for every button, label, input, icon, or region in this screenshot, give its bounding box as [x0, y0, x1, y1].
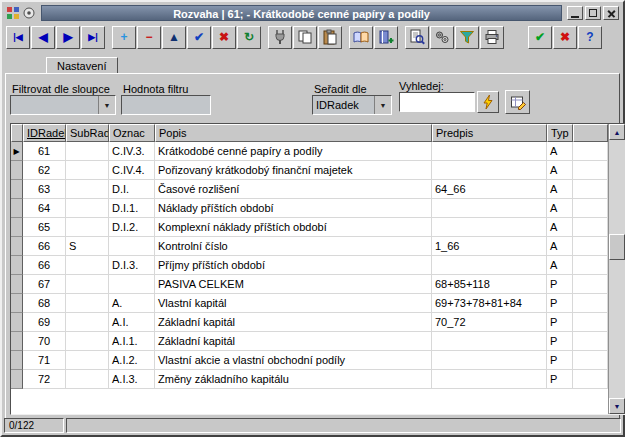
cell-id[interactable]: 72	[23, 370, 66, 389]
cell-predpis[interactable]	[432, 199, 547, 218]
cell-id[interactable]: 63	[23, 180, 66, 199]
cell-id[interactable]: 66	[23, 256, 66, 275]
search-input[interactable]	[399, 92, 475, 112]
cell-popis[interactable]: Změny základního kapitálu	[155, 370, 432, 389]
cell-predpis[interactable]: 64_66	[432, 180, 547, 199]
cell-predpis[interactable]	[432, 161, 547, 180]
column-header-sub[interactable]: SubRadek	[66, 124, 109, 142]
column-header-predpis[interactable]: Predpis	[432, 124, 547, 142]
grid-setup-button[interactable]	[505, 90, 530, 114]
cell-typ[interactable]: A	[547, 256, 573, 275]
help-button[interactable]: ?	[578, 26, 602, 49]
sticky-icon[interactable]	[22, 6, 36, 20]
cell-sub[interactable]	[66, 294, 109, 313]
cell-typ[interactable]: P	[547, 275, 573, 294]
cell-sub[interactable]	[66, 180, 109, 199]
cell-typ[interactable]: A	[547, 161, 573, 180]
cell-typ[interactable]: A	[547, 218, 573, 237]
cell-popis[interactable]: Náklady příštích období	[155, 199, 432, 218]
cell-sub[interactable]	[66, 161, 109, 180]
cell-id[interactable]: 69	[23, 313, 66, 332]
filter-column-combobox[interactable]: ▼	[10, 95, 116, 115]
cell-oznac[interactable]: A.	[109, 294, 155, 313]
app-icon[interactable]	[6, 6, 20, 20]
cell-id[interactable]: 61	[23, 142, 66, 161]
cell-popis[interactable]: Komplexní náklady příštích období	[155, 218, 432, 237]
cell-typ[interactable]: P	[547, 294, 573, 313]
paste-button[interactable]	[318, 26, 342, 49]
cell-typ[interactable]: A	[547, 237, 573, 256]
post-button[interactable]: ✔	[187, 26, 211, 49]
vertical-scrollbar[interactable]: ▲ ▼	[608, 124, 625, 414]
cell-predpis[interactable]: 1_66	[432, 237, 547, 256]
close-form-button[interactable]: ✖	[553, 26, 577, 49]
prior-button[interactable]: ◀	[31, 26, 55, 49]
cell-sub[interactable]	[66, 256, 109, 275]
cell-typ[interactable]: A	[547, 199, 573, 218]
cell-popis[interactable]: Základní kapitál	[155, 313, 432, 332]
copy-button[interactable]	[293, 26, 317, 49]
cell-popis[interactable]: Pořizovaný krátkodobý finanční majetek	[155, 161, 432, 180]
cell-typ[interactable]: P	[547, 351, 573, 370]
column-header-typ[interactable]: Typ	[547, 124, 573, 142]
cell-sub[interactable]	[66, 332, 109, 351]
cell-predpis[interactable]	[432, 370, 547, 389]
maximize-button[interactable]	[585, 6, 601, 20]
cell-sub[interactable]	[66, 142, 109, 161]
minimize-button[interactable]	[567, 6, 583, 20]
cell-predpis[interactable]	[432, 142, 547, 161]
cell-id[interactable]: 68	[23, 294, 66, 313]
cell-oznac[interactable]: A.I.3.	[109, 370, 155, 389]
close-button[interactable]	[603, 6, 619, 20]
cell-typ[interactable]: P	[547, 313, 573, 332]
cell-oznac[interactable]: A.I.2.	[109, 351, 155, 370]
cell-id[interactable]: 64	[23, 199, 66, 218]
cell-predpis[interactable]: 69+73+78+81+84	[432, 294, 547, 313]
cell-popis[interactable]: PASIVA CELKEM	[155, 275, 432, 294]
connect-button[interactable]	[268, 26, 292, 49]
cell-popis[interactable]: Základní kapitál	[155, 332, 432, 351]
chevron-down-icon[interactable]: ▼	[374, 96, 391, 114]
last-button[interactable]: ▶|	[81, 26, 105, 49]
preview-button[interactable]	[405, 26, 429, 49]
cell-oznac[interactable]: C.IV.4.	[109, 161, 155, 180]
lookup-add-button[interactable]	[374, 26, 398, 49]
cell-popis[interactable]: Krátkodobé cenné papíry a podíly	[155, 142, 432, 161]
sort-combobox[interactable]: IDRadek ▼	[312, 95, 392, 115]
cell-predpis[interactable]: 70_72	[432, 313, 547, 332]
column-header-id[interactable]: IDRadek	[23, 124, 66, 142]
cell-typ[interactable]: A	[547, 180, 573, 199]
filter-button[interactable]	[455, 26, 479, 49]
next-button[interactable]: ▶	[56, 26, 80, 49]
cell-id[interactable]: 70	[23, 332, 66, 351]
cell-oznac[interactable]: A.I.	[109, 313, 155, 332]
cell-id[interactable]: 65	[23, 218, 66, 237]
refresh-button[interactable]: ↻	[237, 26, 261, 49]
cell-oznac[interactable]: D.I.	[109, 180, 155, 199]
cell-sub[interactable]	[66, 351, 109, 370]
cell-predpis[interactable]	[432, 218, 547, 237]
first-button[interactable]: |◀	[6, 26, 30, 49]
cell-oznac[interactable]	[109, 275, 155, 294]
cell-id[interactable]: 71	[23, 351, 66, 370]
cell-oznac[interactable]	[109, 237, 155, 256]
cell-oznac[interactable]: A.I.1.	[109, 332, 155, 351]
ok-button[interactable]: ✔	[528, 26, 552, 49]
cell-predpis[interactable]	[432, 332, 547, 351]
cancel-button[interactable]: ✖	[212, 26, 236, 49]
cell-oznac[interactable]: D.I.3.	[109, 256, 155, 275]
insert-button[interactable]: +	[112, 26, 136, 49]
settings-button[interactable]	[430, 26, 454, 49]
column-header-popis[interactable]: Popis	[155, 124, 432, 142]
column-header-oznac[interactable]: Oznac	[109, 124, 155, 142]
cell-popis[interactable]: Vlastní kapitál	[155, 294, 432, 313]
cell-sub[interactable]	[66, 218, 109, 237]
cell-sub[interactable]	[66, 370, 109, 389]
search-run-button[interactable]	[477, 91, 499, 113]
cell-sub[interactable]	[66, 313, 109, 332]
cell-predpis[interactable]: 68+85+118	[432, 275, 547, 294]
cell-sub[interactable]	[66, 275, 109, 294]
edit-button[interactable]: ▲	[162, 26, 186, 49]
cell-sub[interactable]: S	[66, 237, 109, 256]
cell-typ[interactable]: P	[547, 370, 573, 389]
